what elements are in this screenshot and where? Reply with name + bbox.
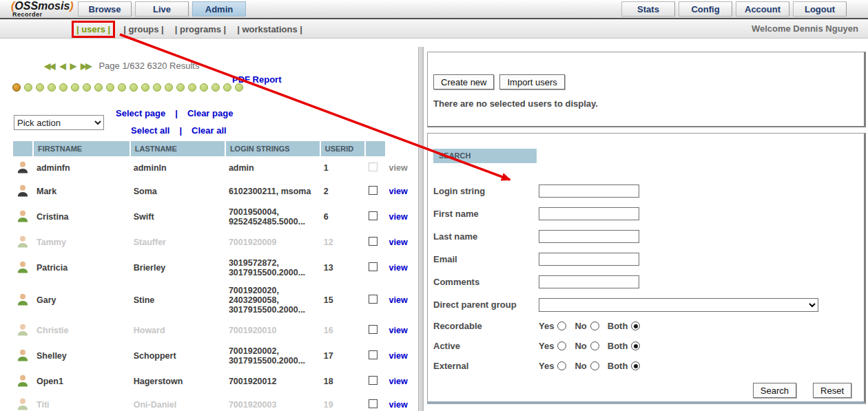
page-dot[interactable] <box>188 83 196 92</box>
row-checkbox[interactable] <box>369 237 378 246</box>
column-lastname[interactable]: LASTNAME <box>131 141 225 156</box>
page-dot[interactable] <box>153 83 161 92</box>
select-page-link[interactable]: Select page <box>116 108 165 118</box>
nav-tab-stats[interactable]: Stats <box>621 1 675 17</box>
table-row: Gary Stine 7001920020, 2403290058, 30179… <box>13 282 417 319</box>
nav-tab-logout[interactable]: Logout <box>793 1 847 17</box>
cell-userid: 6 <box>321 203 364 231</box>
page-dot[interactable] <box>36 83 44 92</box>
column-login-strings[interactable]: LOGIN STRINGS <box>226 141 320 156</box>
clear-page-link[interactable]: Clear page <box>187 108 233 118</box>
view-link[interactable]: view <box>389 351 408 361</box>
row-checkbox[interactable] <box>369 162 378 171</box>
row-checkbox[interactable] <box>369 399 378 408</box>
view-link[interactable]: view <box>389 377 408 386</box>
page-dot[interactable] <box>12 83 21 92</box>
row-checkbox[interactable] <box>369 376 378 385</box>
radio-button[interactable] <box>557 341 566 350</box>
field-label: Comments <box>433 277 539 287</box>
subnav-item-workstations[interactable]: | workstations | <box>234 23 305 36</box>
pick-action-select[interactable]: Pick action <box>14 115 104 130</box>
radio-button[interactable] <box>590 341 599 350</box>
page-dot[interactable] <box>165 83 173 92</box>
subnav-item-programs[interactable]: | programs | <box>172 23 229 36</box>
view-link[interactable]: view <box>389 263 408 273</box>
cell-userid: 15 <box>321 282 364 319</box>
column-icon <box>13 141 32 156</box>
row-checkbox[interactable] <box>369 350 378 359</box>
reset-button[interactable]: Reset <box>813 383 851 398</box>
row-checkbox[interactable] <box>369 325 378 334</box>
radio-button[interactable] <box>631 361 640 370</box>
row-checkbox[interactable] <box>369 211 378 220</box>
last-page-icon[interactable]: ▶▶ <box>79 61 92 71</box>
page-dot[interactable] <box>235 83 243 92</box>
field-input[interactable] <box>539 230 639 243</box>
cell-firstname: Shelley <box>34 342 130 370</box>
column-view <box>386 141 417 156</box>
page-dot[interactable] <box>200 83 208 92</box>
cell-login-strings: 7001920020, 2403290058, 3017915500.2000.… <box>226 282 320 319</box>
view-link[interactable]: view <box>389 238 408 247</box>
subnav-item-groups[interactable]: | groups | <box>121 23 167 36</box>
page-dot[interactable] <box>223 83 231 92</box>
person-icon <box>16 260 30 273</box>
search-panel: SEARCH Login string First name Last name… <box>427 133 866 404</box>
view-link[interactable]: view <box>389 326 408 335</box>
radio-button[interactable] <box>557 322 566 330</box>
nav-tab-account[interactable]: Account <box>736 1 789 17</box>
page-dot[interactable] <box>48 83 56 92</box>
page-dot[interactable] <box>176 83 185 92</box>
page-dot[interactable] <box>118 83 126 92</box>
page-dot[interactable] <box>24 83 32 92</box>
nav-tab-config[interactable]: Config <box>679 1 732 17</box>
row-checkbox[interactable] <box>369 186 378 195</box>
page-dot[interactable] <box>141 83 149 92</box>
view-link[interactable]: view <box>389 400 408 410</box>
radio-option-both: Both <box>608 341 641 351</box>
column-firstname[interactable]: FIRSTNAME <box>34 141 130 156</box>
page-dot[interactable] <box>83 83 91 92</box>
page-dot[interactable] <box>211 83 220 92</box>
next-page-icon[interactable]: ▶ <box>69 61 76 71</box>
pagination-controls: ◀◀ ◀ ▶ ▶▶ Page 1/632 6320 Results <box>43 61 199 71</box>
page-dot[interactable] <box>130 83 138 92</box>
radio-option-label: Both <box>608 341 628 351</box>
page-dot[interactable] <box>94 83 103 92</box>
row-checkbox[interactable] <box>369 262 378 271</box>
nav-tab-admin[interactable]: Admin <box>192 1 246 17</box>
cell-firstname: Tammy <box>34 231 130 254</box>
radio-button[interactable] <box>631 341 640 350</box>
first-page-icon[interactable]: ◀◀ <box>43 61 55 71</box>
create-new-button[interactable]: Create new <box>433 74 494 89</box>
cell-userid: 18 <box>321 370 364 393</box>
page-dot[interactable] <box>71 83 79 92</box>
nav-tab-browse[interactable]: Browse <box>78 1 132 17</box>
radio-button[interactable] <box>557 361 566 370</box>
view-link[interactable]: view <box>389 163 408 173</box>
page-dot[interactable] <box>59 83 68 92</box>
radio-button[interactable] <box>590 361 599 370</box>
search-button[interactable]: Search <box>753 383 796 398</box>
view-link[interactable]: view <box>389 187 408 196</box>
subnav-item-users[interactable]: | users | <box>72 21 115 38</box>
row-checkbox[interactable] <box>369 295 378 304</box>
radio-button[interactable] <box>590 322 599 330</box>
field-input[interactable] <box>539 253 639 266</box>
direct-parent-group-select[interactable] <box>539 298 818 312</box>
field-input[interactable] <box>539 275 639 288</box>
page-dot[interactable] <box>106 83 114 92</box>
cell-lastname: Stine <box>131 282 225 319</box>
import-users-button[interactable]: Import users <box>499 74 564 89</box>
field-input[interactable] <box>539 207 639 220</box>
field-input[interactable] <box>539 185 639 198</box>
clear-all-link[interactable]: Clear all <box>192 125 227 136</box>
prev-page-icon[interactable]: ◀ <box>58 61 65 71</box>
view-link[interactable]: view <box>389 212 408 222</box>
radio-button[interactable] <box>631 322 640 330</box>
view-link[interactable]: view <box>389 295 408 305</box>
select-all-link[interactable]: Select all <box>131 125 169 136</box>
column-userid[interactable]: USERID <box>321 141 364 156</box>
radio-option-yes: Yes <box>539 341 566 351</box>
nav-tab-live[interactable]: Live <box>135 1 189 17</box>
